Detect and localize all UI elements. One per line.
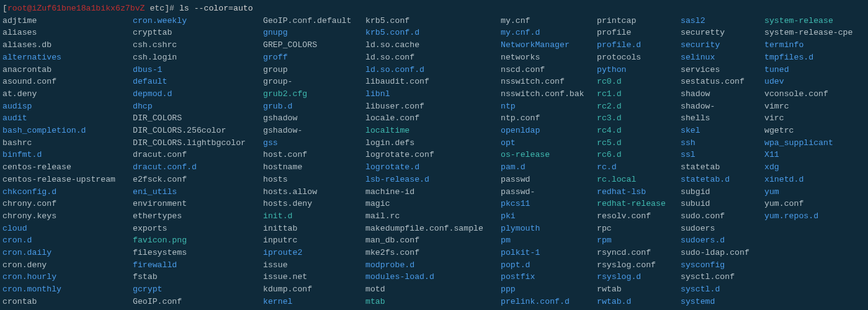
ls-entry: dracut.conf.d: [133, 161, 263, 174]
ls-entry: terminfo: [764, 39, 852, 51]
ls-entry: audit: [2, 112, 133, 125]
ls-entry: rc5.d: [597, 137, 681, 149]
ls-entry: NetworkManager: [501, 39, 597, 51]
ls-entry: wpa_supplicant: [764, 137, 852, 149]
ls-entry: pam.d: [501, 161, 597, 174]
ls-entry: fstab: [133, 271, 263, 283]
ls-column: cron.weeklycrypttabcsh.cshrccsh.logindbu…: [133, 15, 263, 308]
ls-entry: groff: [263, 51, 365, 64]
ls-entry: openldap: [501, 125, 597, 137]
ls-entry: passwd: [501, 174, 597, 186]
ls-entry: filesystems: [133, 247, 263, 259]
ls-entry: ld.so.cache: [365, 39, 501, 51]
ls-entry: GREP_COLORS: [263, 39, 365, 51]
ls-entry: hosts.deny: [263, 198, 365, 210]
ls-entry: tmpfiles.d: [764, 51, 852, 64]
ls-entry: sysctl.conf: [681, 271, 764, 283]
ls-entry: ld.so.conf.d: [365, 64, 501, 76]
ls-entry: yum.conf: [764, 198, 852, 210]
ls-entry: prelink.conf.d: [501, 296, 597, 308]
ls-entry: host.conf: [263, 149, 365, 161]
ls-entry: shells: [681, 112, 764, 125]
ls-entry: chrony.keys: [2, 210, 133, 223]
ls-entry: DIR_COLORS: [133, 112, 263, 125]
ls-entry: shadow: [681, 88, 764, 100]
ls-entry: krb5.conf.d: [365, 27, 501, 39]
ls-entry: selinux: [681, 51, 764, 64]
ls-entry: nscd.conf: [501, 64, 597, 76]
ls-entry: dhcp: [133, 100, 263, 113]
ls-entry: lsb-release.d: [365, 174, 501, 186]
ls-entry: makedumpfile.conf.sample: [365, 223, 501, 235]
ls-entry: rwtab: [597, 283, 681, 296]
ls-entry: issue: [263, 259, 365, 272]
ls-entry: magic: [365, 198, 501, 210]
ls-entry: locale.conf: [365, 112, 501, 125]
ls-entry: rc1.d: [597, 88, 681, 100]
ls-entry: centos-release: [2, 161, 133, 174]
ls-entry: skel: [681, 125, 764, 137]
ls-entry: python: [597, 64, 681, 76]
ls-entry: ntp.conf: [501, 112, 597, 125]
ls-entry: rc6.d: [597, 149, 681, 161]
ls-entry: X11: [764, 149, 852, 161]
ls-entry: rsyslog.d: [597, 271, 681, 283]
ls-entry: ethertypes: [133, 210, 263, 223]
ls-output: adjtimealiasesaliases.dbalternativesanac…: [2, 15, 866, 308]
ls-entry: DIR_COLORS.256color: [133, 125, 263, 137]
ls-entry: aliases.db: [2, 39, 133, 51]
ls-entry: polkit-1: [501, 247, 597, 259]
ls-entry: yum: [764, 186, 852, 198]
ls-entry: bash_completion.d: [2, 125, 133, 137]
ls-entry: statetab.d: [681, 174, 764, 186]
ls-entry: mail.rc: [365, 210, 501, 223]
ls-entry: rc3.d: [597, 112, 681, 125]
ls-entry: udev: [764, 76, 852, 88]
ls-entry: mtab: [365, 296, 501, 308]
ls-entry: pm: [501, 234, 597, 247]
ls-entry: vconsole.conf: [764, 88, 852, 100]
ls-entry: logrotate.d: [365, 161, 501, 174]
ls-entry: ld.so.conf: [365, 51, 501, 64]
ls-entry: libaudit.conf: [365, 76, 501, 88]
ls-entry: popt.d: [501, 259, 597, 272]
ls-entry: cron.monthly: [2, 283, 133, 296]
ls-entry: csh.login: [133, 51, 263, 64]
ls-entry: rsyncd.conf: [597, 247, 681, 259]
ls-entry: motd: [365, 283, 501, 296]
ls-entry: group: [263, 64, 365, 76]
ls-entry: binfmt.d: [2, 149, 133, 161]
ls-entry: inittab: [263, 223, 365, 235]
ls-entry: dbus-1: [133, 64, 263, 76]
ls-entry: plymouth: [501, 223, 597, 235]
ls-entry: profile.d: [597, 39, 681, 51]
ls-entry: gnupg: [263, 27, 365, 39]
prompt-command[interactable]: ls --color=auto: [179, 4, 253, 13]
ls-column: sasl2securettysecurityselinuxservicesses…: [681, 15, 764, 308]
ls-entry: vimrc: [764, 100, 852, 113]
ls-entry: postfix: [501, 271, 597, 283]
ls-entry: sasl2: [681, 15, 764, 27]
ls-entry: ntp: [501, 100, 597, 113]
ls-entry: xdg: [764, 161, 852, 174]
ls-entry: at.deny: [2, 88, 133, 100]
ls-entry: subuid: [681, 198, 764, 210]
ls-entry: GeoIP.conf.default: [263, 15, 365, 27]
ls-entry: libnl: [365, 88, 501, 100]
ls-entry: sudo.conf: [681, 210, 764, 223]
ls-entry: crypttab: [133, 27, 263, 39]
ls-entry: cron.hourly: [2, 271, 133, 283]
ls-entry: group-: [263, 76, 365, 88]
ls-entry: security: [681, 39, 764, 51]
ls-entry: bashrc: [2, 137, 133, 149]
ls-entry: xinetd.d: [764, 174, 852, 186]
ls-entry: ssl: [681, 149, 764, 161]
prompt-user-host: root@iZuf61bne18a1bikx6z7bvZ: [7, 4, 145, 13]
ls-entry: crontab: [2, 296, 133, 308]
ls-entry: pki: [501, 210, 597, 223]
ls-entry: DIR_COLORS.lightbgcolor: [133, 137, 263, 149]
ls-entry: redhat-release: [597, 198, 681, 210]
prompt-cwd: etc: [145, 4, 165, 13]
ls-entry: hosts.allow: [263, 186, 365, 198]
ls-entry: e2fsck.conf: [133, 174, 263, 186]
